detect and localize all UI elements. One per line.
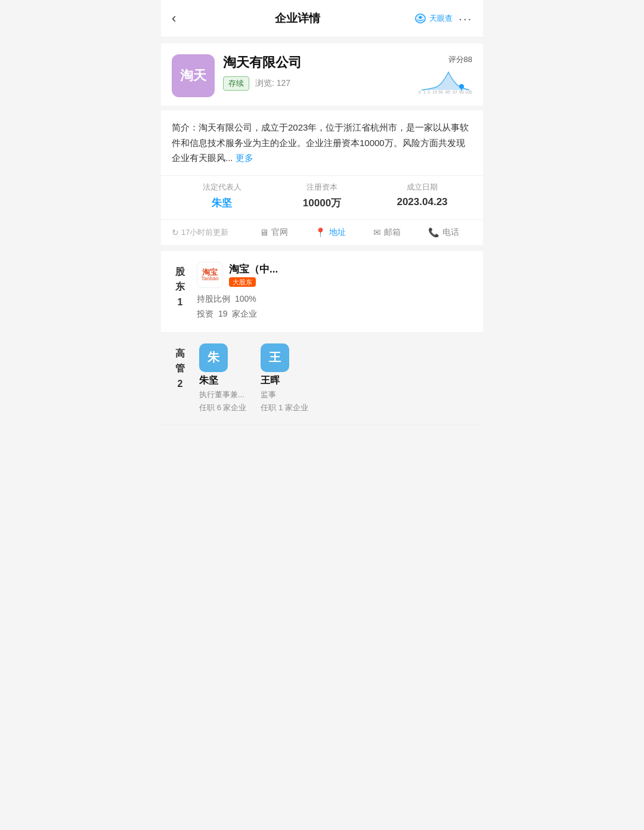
shareholder-content: 淘宝 Taobao 淘宝（中... 大股东 持股比例 100% 投资 19 家企… [197,262,472,321]
phone-label: 电话 [442,227,459,238]
exec-avatar-0: 朱 [199,343,228,372]
website-icon: 🖥 [259,227,268,237]
shareholder-section-label: 股 东 1 [172,262,188,310]
svg-text:97: 97 [453,90,457,94]
svg-text:15: 15 [432,90,437,94]
key-info-section: 法定代表人 朱坚 注册资本 10000万 成立日期 2023.04.23 [161,175,483,219]
svg-text:100: 100 [465,90,472,94]
legal-rep-value[interactable]: 朱坚 [212,196,232,210]
address-button[interactable]: 📍 地址 [302,227,359,238]
update-time-label: 17小时前更新 [181,227,228,238]
est-date-item: 成立日期 2023.04.23 [372,182,472,210]
update-time: ↻ 17小时前更新 [172,227,246,238]
company-logo: 淘天 [172,54,215,97]
status-badge: 存续 [223,76,249,91]
company-top: 淘天 淘天有限公司 存续 浏览: 127 评分88 0 1 3 15 [172,54,472,97]
more-link[interactable]: 更多 [236,153,253,163]
shareholder-detail: 持股比例 100% 投资 19 家企业 [197,292,472,321]
invest-count: 19 [218,309,228,318]
exec-avatar-1: 王 [261,343,289,372]
share-ratio-value: 100% [235,294,256,303]
share-ratio-label: 持股比例 [197,294,230,303]
refresh-icon: ↻ [172,228,179,237]
svg-text:50: 50 [438,90,443,94]
address-icon: 📍 [315,227,326,238]
executives-section-label: 高 管 2 [172,343,188,413]
exec-companies-1: 任职 1 家企业 [261,402,308,413]
divider [161,245,483,251]
score-bell-curve: 0 1 3 15 50 85 97 99 100 [419,66,472,95]
header-right: 天眼查 ··· [414,12,472,26]
company-card: 淘天 淘天有限公司 存续 浏览: 127 评分88 0 1 3 15 [161,44,483,106]
legal-rep-label: 法定代表人 [203,182,242,193]
shareholders-section: 股 东 1 淘宝 Taobao 淘宝（中... 大股东 持股比例 100% [161,251,483,333]
tianyancha-icon [414,12,427,25]
email-button[interactable]: ✉ 邮箱 [359,227,416,238]
email-icon: ✉ [373,227,381,238]
view-count: 浏览: 127 [255,78,290,89]
major-shareholder-badge: 大股东 [229,277,256,287]
est-date-value: 2023.04.23 [397,196,447,208]
svg-text:99: 99 [459,90,464,94]
executive-item: 王 王晖 监事 任职 1 家企业 [261,343,308,413]
svg-text:3: 3 [428,90,430,94]
phone-icon: 📞 [428,227,439,238]
reg-capital-label: 注册资本 [306,182,338,193]
legal-rep-item: 法定代表人 朱坚 [172,182,272,210]
exec-companies-0: 任职 6 家企业 [199,402,246,413]
exec-role-1: 监事 [261,389,276,400]
svg-text:85: 85 [445,90,450,94]
tianyancha-label: 天眼查 [429,13,453,24]
company-status-row: 存续 浏览: 127 [223,76,410,91]
email-label: 邮箱 [384,227,401,238]
shareholder-header: 淘宝 Taobao 淘宝（中... 大股东 [197,262,472,288]
back-button[interactable]: ‹ [172,8,181,29]
est-date-label: 成立日期 [407,182,438,193]
exec-name-0[interactable]: 朱坚 [199,374,218,387]
description-text: 简介：淘天有限公司，成立于2023年，位于浙江省杭州市，是一家以从事软件和信息技… [172,122,469,163]
address-label: 地址 [329,227,346,238]
exec-role-0: 执行董事兼... [199,389,244,400]
website-button[interactable]: 🖥 官网 [246,227,302,238]
shareholder-name[interactable]: 淘宝（中... [229,262,278,276]
reg-capital-value: 10000万 [303,196,341,210]
company-info: 淘天有限公司 存续 浏览: 127 [223,54,410,91]
shareholder-row: 股 东 1 淘宝 Taobao 淘宝（中... 大股东 持股比例 100% [161,251,483,333]
phone-button[interactable]: 📞 电话 [416,227,472,238]
website-label: 官网 [271,227,288,238]
svg-text:1: 1 [423,90,426,94]
score-chart: 评分88 0 1 3 15 50 85 97 99 100 [419,54,472,95]
invest-label: 投资 [197,309,213,318]
description-section: 简介：淘天有限公司，成立于2023年，位于浙江省杭州市，是一家以从事软件和信息技… [161,110,483,175]
company-name: 淘天有限公司 [223,54,410,72]
more-button[interactable]: ··· [459,12,472,26]
executives-list: 朱 朱坚 执行董事兼... 任职 6 家企业 王 王晖 监事 任职 1 家企业 [199,343,472,413]
page-title: 企业详情 [181,11,414,26]
tianyancha-logo[interactable]: 天眼查 [414,12,453,25]
actions-row: ↻ 17小时前更新 🖥 官网 📍 地址 ✉ 邮箱 📞 电话 [161,219,483,245]
reg-capital-item: 注册资本 10000万 [272,182,372,210]
svg-point-1 [419,16,422,19]
executives-row: 高 管 2 朱 朱坚 执行董事兼... 任职 6 家企业 王 王晖 监事 任职 … [161,333,483,425]
score-label: 评分88 [448,54,472,65]
exec-name-1[interactable]: 王晖 [261,374,280,387]
header: ‹ 企业详情 天眼查 ··· [161,0,483,38]
executive-item: 朱 朱坚 执行董事兼... 任职 6 家企业 [199,343,246,413]
taobao-logo: 淘宝 Taobao [197,262,223,288]
invest-suffix: 家企业 [232,309,257,318]
svg-text:0: 0 [419,90,421,94]
